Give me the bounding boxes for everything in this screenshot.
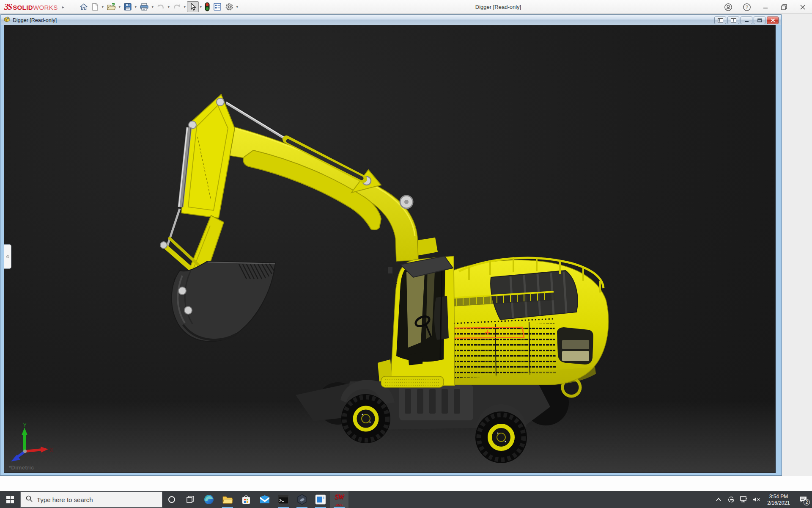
print-dropdown[interactable]: ▾ — [151, 5, 155, 9]
new-document-button[interactable] — [90, 1, 101, 12]
plate-pin-top — [217, 98, 224, 106]
undo-button[interactable] — [155, 1, 167, 12]
save-floppy-icon — [123, 3, 132, 11]
featuremanager-flyout-tab[interactable] — [4, 244, 11, 269]
solidworks-logo-glyph: 3S — [4, 2, 11, 12]
minimize-icon — [763, 4, 768, 10]
system-tray: 3:54 PM 2/16/2021 2 — [712, 491, 812, 508]
windows-logo-icon — [6, 496, 14, 503]
app-titlebar: 3S SOLIDWORKS ▸ ▾ ▾ ▾ ▾ ▾ — [0, 0, 812, 14]
meet-now-button[interactable] — [725, 491, 738, 508]
store-icon — [241, 494, 251, 505]
document-title: Digger [Read-only] — [13, 17, 57, 23]
account-icon — [724, 3, 732, 11]
taskbar-item-file-explorer[interactable] — [218, 491, 237, 508]
account-button[interactable] — [719, 0, 738, 14]
print-button[interactable] — [138, 1, 151, 12]
upper-body[interactable] — [441, 257, 609, 385]
redo-button[interactable] — [171, 1, 183, 12]
graphics-viewport[interactable]: Y X *Dimetric — [4, 25, 776, 473]
status-area-background — [0, 476, 812, 491]
orientation-triad: Y X — [8, 423, 54, 466]
document-window-controls — [714, 17, 779, 24]
pane-left-toggle-button[interactable] — [714, 17, 726, 24]
home-button[interactable] — [78, 1, 90, 12]
taskbar-item-command-prompt[interactable] — [274, 491, 293, 508]
display-options-icon — [213, 3, 222, 11]
triad-x-label: X — [50, 447, 53, 453]
taskbar-item-mail[interactable] — [255, 491, 274, 508]
hidden-icons-chevron[interactable] — [712, 491, 725, 508]
edge-icon — [203, 494, 214, 505]
minimize-button[interactable] — [756, 0, 775, 14]
client-area-background — [782, 14, 812, 476]
help-button[interactable]: ? — [738, 0, 756, 14]
taskbar-item-edge[interactable] — [200, 491, 218, 508]
document-window: Digger [Read-only] — [0, 14, 782, 476]
volume-button[interactable] — [750, 491, 763, 508]
home-icon — [80, 3, 88, 11]
flyout-tab-dot — [6, 255, 9, 258]
help-icon: ? — [743, 3, 751, 11]
boom — [221, 125, 418, 261]
network-button[interactable] — [738, 491, 750, 508]
new-document-icon — [91, 3, 99, 11]
bucket-pin-1 — [178, 287, 186, 295]
doc-close-button[interactable] — [767, 17, 779, 24]
search-icon — [26, 495, 33, 504]
cortana-button[interactable] — [162, 491, 181, 508]
bucket-pin-2 — [184, 306, 192, 314]
front-wheel[interactable] — [341, 394, 390, 443]
file-explorer-icon — [222, 494, 233, 505]
view-orientation-label: *Dimetric — [9, 464, 34, 471]
rebuild-button[interactable] — [203, 1, 211, 12]
3d-model-digger[interactable] — [4, 25, 776, 473]
taskbar-item-app-window[interactable] — [311, 491, 330, 508]
options-dropdown[interactable]: ▾ — [235, 5, 239, 9]
undo-icon — [156, 3, 165, 11]
select-tool-button[interactable] — [187, 1, 199, 12]
selected-face-highlight — [446, 327, 524, 338]
gear-icon — [225, 3, 233, 11]
triad-y-label: Y — [23, 423, 27, 428]
redo-icon — [173, 3, 181, 11]
menu-expander-arrow[interactable]: ▸ — [62, 5, 64, 9]
restore-icon — [781, 4, 787, 11]
restore-button[interactable] — [775, 0, 793, 14]
open-dropdown[interactable]: ▾ — [118, 5, 122, 9]
save-button[interactable] — [122, 1, 134, 12]
taskbar-item-edrawings[interactable] — [293, 491, 311, 508]
redo-dropdown[interactable]: ▾ — [183, 5, 187, 9]
new-document-dropdown[interactable]: ▾ — [101, 5, 105, 9]
start-button[interactable] — [0, 491, 20, 508]
taskbar: Type here to search SW — [0, 491, 812, 508]
display-options-button[interactable] — [211, 1, 223, 12]
mail-icon — [259, 495, 270, 504]
undo-dropdown[interactable]: ▾ — [167, 5, 171, 9]
options-button[interactable] — [223, 1, 235, 12]
task-view-button[interactable] — [181, 491, 200, 508]
close-icon — [800, 4, 806, 10]
rear-wheel[interactable] — [475, 411, 527, 463]
doc-restore-button[interactable] — [754, 17, 765, 24]
taskbar-item-solidworks[interactable]: SW 2021 — [330, 491, 348, 508]
notification-badge: 2 — [804, 499, 810, 505]
screen: 3S SOLIDWORKS ▸ ▾ ▾ ▾ ▾ ▾ — [0, 0, 812, 508]
select-tool-dropdown[interactable]: ▾ — [199, 5, 203, 9]
cab[interactable] — [378, 256, 455, 387]
traffic-light-icon — [205, 2, 210, 11]
doc-minimize-button[interactable] — [741, 17, 752, 24]
app-window-icon — [315, 494, 326, 505]
pane-right-toggle-button[interactable] — [727, 17, 739, 24]
taskbar-search[interactable]: Type here to search — [20, 491, 162, 508]
boom-top-plate — [181, 94, 235, 218]
open-button[interactable] — [105, 1, 118, 12]
taskbar-item-store[interactable] — [237, 491, 255, 508]
taskbar-clock[interactable]: 3:54 PM 2/16/2021 — [763, 493, 794, 506]
close-button[interactable] — [793, 0, 812, 14]
meet-now-icon — [727, 496, 735, 503]
save-dropdown[interactable]: ▾ — [134, 5, 138, 9]
app-title: Digger [Read-only] — [475, 0, 521, 14]
action-center-button[interactable]: 2 — [794, 491, 812, 508]
document-titlebar[interactable]: Digger [Read-only] — [1, 15, 781, 25]
